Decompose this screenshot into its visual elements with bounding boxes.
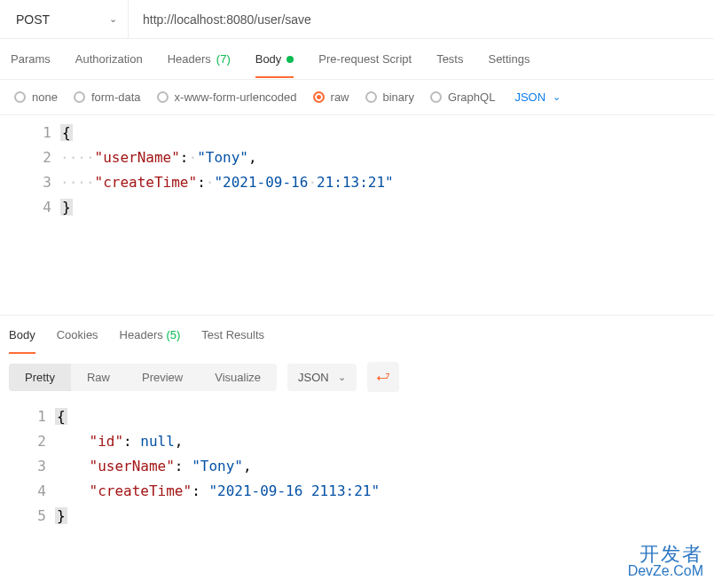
tab-params[interactable]: Params: [11, 52, 51, 66]
http-method-select[interactable]: POST ⌄: [0, 0, 129, 38]
radio-icon: [313, 91, 325, 103]
request-body-editor[interactable]: 1 2 3 4 { ····"userName":·"Tony", ····"c…: [0, 115, 714, 316]
response-toolbar: Pretty Raw Preview Visualize JSON ⌄ ⮐: [0, 355, 714, 399]
response-body-editor[interactable]: 1 2 3 4 5 { "id": null, "userName": "Ton…: [0, 399, 714, 559]
modified-dot-icon: [286, 56, 294, 63]
chevron-down-icon: ⌄: [338, 372, 346, 383]
resp-headers-count: (5): [166, 328, 180, 341]
wrap-icon: ⮐: [376, 369, 390, 385]
radio-x-www-form-urlencoded[interactable]: x-www-form-urlencoded: [157, 90, 297, 104]
http-method-value: POST: [16, 12, 50, 27]
response-view-segment: Pretty Raw Preview Visualize: [9, 364, 277, 391]
tab-prerequest[interactable]: Pre-request Script: [318, 52, 412, 66]
body-type-row: none form-data x-www-form-urlencoded raw…: [0, 80, 714, 115]
chevron-down-icon: ⌄: [553, 91, 561, 103]
watermark-en: DevZe.CoM: [628, 564, 703, 579]
tab-body[interactable]: Body: [255, 52, 294, 66]
chevron-down-icon: ⌄: [109, 13, 117, 25]
tab-tests[interactable]: Tests: [436, 52, 463, 66]
radio-graphql[interactable]: GraphQL: [430, 90, 495, 104]
request-tabs: Params Authorization Headers (7) Body Pr…: [0, 39, 714, 80]
resp-code: { "id": null, "userName": "Tony", "creat…: [55, 399, 714, 559]
tab-settings[interactable]: Settings: [488, 52, 530, 66]
tab-headers[interactable]: Headers (7): [168, 52, 231, 66]
view-raw[interactable]: Raw: [71, 364, 126, 391]
wrap-lines-button[interactable]: ⮐: [367, 362, 399, 392]
resp-tab-body[interactable]: Body: [9, 328, 35, 352]
radio-none[interactable]: none: [14, 90, 58, 104]
radio-icon: [157, 91, 169, 103]
response-format-select[interactable]: JSON ⌄: [287, 364, 357, 391]
tab-authorization[interactable]: Authorization: [75, 52, 143, 66]
resp-tab-headers[interactable]: Headers (5): [120, 328, 181, 352]
view-pretty[interactable]: Pretty: [9, 364, 71, 391]
view-preview[interactable]: Preview: [126, 364, 199, 391]
radio-icon: [430, 91, 442, 103]
radio-icon: [74, 91, 85, 103]
url-input[interactable]: [129, 0, 714, 38]
radio-form-data[interactable]: form-data: [74, 90, 141, 104]
raw-format-select[interactable]: JSON ⌄: [514, 90, 561, 104]
resp-tab-testresults[interactable]: Test Results: [201, 328, 264, 352]
resp-line-gutter: 1 2 3 4 5: [0, 399, 55, 559]
headers-count: (7): [216, 52, 231, 66]
radio-icon: [14, 91, 26, 103]
response-tabs: Body Cookies Headers (5) Test Results: [0, 316, 714, 355]
req-code: { ····"userName":·"Tony", ····"createTim…: [60, 115, 714, 315]
radio-raw[interactable]: raw: [313, 90, 349, 104]
resp-tab-cookies[interactable]: Cookies: [57, 328, 98, 352]
req-line-gutter: 1 2 3 4: [0, 115, 60, 315]
radio-icon: [365, 91, 377, 103]
radio-binary[interactable]: binary: [365, 90, 414, 104]
view-visualize[interactable]: Visualize: [199, 364, 277, 391]
